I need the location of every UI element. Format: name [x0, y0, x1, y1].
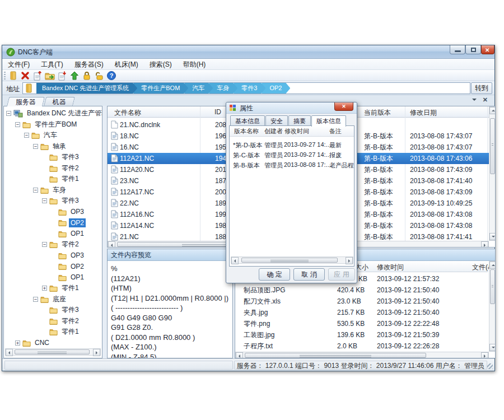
- version-row[interactable]: 第-C-版本管理员2013-09-27 14:...报废: [230, 150, 354, 160]
- scroll-right-icon[interactable]: [346, 257, 353, 264]
- scroll-left-icon[interactable]: [236, 352, 243, 358]
- tree-item[interactable]: +零件1: [4, 283, 102, 294]
- checkout-file-icon[interactable]: [57, 71, 68, 81]
- collapse-icon[interactable]: −: [15, 122, 20, 127]
- ok-button[interactable]: 确 定: [259, 268, 290, 281]
- scroll-down-icon[interactable]: [489, 233, 496, 240]
- tree-item[interactable]: OP1: [4, 272, 102, 283]
- column-header[interactable]: ID: [214, 108, 221, 116]
- menu-item[interactable]: 帮助(H): [178, 59, 212, 70]
- column-header[interactable]: 版本名称: [234, 127, 259, 136]
- lock-icon[interactable]: [81, 71, 92, 81]
- tree-item[interactable]: OP3: [4, 250, 102, 262]
- dialog-tab-基本信息[interactable]: 基本信息: [230, 115, 265, 125]
- tree-item[interactable]: OP1: [4, 228, 102, 240]
- attachment-row[interactable]: 子程序.txt2.0 KB2013-09-12 22:26:28: [235, 340, 489, 352]
- minimize-button[interactable]: [450, 45, 465, 54]
- collapse-icon[interactable]: −: [33, 188, 38, 193]
- breadcrumb[interactable]: Bandex DNC 先进生产管理系统零件生产BOM汽车车身零件3OP2: [22, 82, 470, 94]
- go-button[interactable]: 转到: [471, 82, 492, 94]
- attachment-row[interactable]: 工装图.jpg139.6 KB2013-09-12 21:50:39: [235, 329, 489, 340]
- close-button[interactable]: ✕: [481, 45, 494, 54]
- menu-item[interactable]: 搜索(S): [144, 59, 178, 70]
- breadcrumb-segment[interactable]: Bandex DNC 先进生产管理系统: [36, 83, 137, 94]
- expand-icon[interactable]: +: [15, 340, 20, 346]
- attachment-row[interactable]: 夹具.jpg215.7 KB2013-09-12 21:50:40: [235, 307, 489, 318]
- chevron-down-icon[interactable]: [472, 99, 477, 103]
- scroll-thumb[interactable]: [245, 353, 426, 358]
- attachment-row[interactable]: 制品顶图.JPG420.4 KB2013-09-12 21:50:40: [235, 284, 489, 296]
- version-row[interactable]: 第-B-版本管理员2013-08-08 17:...老产品程序: [230, 160, 354, 170]
- column-header[interactable]: 备注: [329, 127, 342, 136]
- tree-item[interactable]: 零件1: [4, 174, 102, 185]
- scroll-thumb[interactable]: [490, 269, 495, 304]
- checkin-file-icon[interactable]: [32, 71, 43, 81]
- send-folder-icon[interactable]: [44, 71, 55, 81]
- column-header[interactable]: 修改时间: [377, 263, 404, 272]
- tab-机器[interactable]: 机器: [44, 97, 75, 106]
- collapse-icon[interactable]: −: [33, 144, 38, 149]
- attachments-hscrollbar[interactable]: [235, 352, 489, 358]
- dialog-hscrollbar[interactable]: [231, 256, 353, 264]
- column-header[interactable]: 文件名称: [114, 108, 141, 118]
- menu-item[interactable]: 服务器(S): [69, 59, 109, 70]
- collapse-icon[interactable]: −: [33, 297, 38, 302]
- tree-item[interactable]: −零件3: [4, 195, 102, 207]
- menu-item[interactable]: 文件(F): [2, 59, 35, 70]
- breadcrumb-segment[interactable]: 零件生产BOM: [133, 83, 188, 94]
- tree-hscrollbar[interactable]: [5, 348, 101, 356]
- column-header[interactable]: 修改时间: [284, 127, 309, 136]
- dialog-tab-安全[interactable]: 安全: [265, 115, 288, 125]
- version-row[interactable]: *第-D-版本管理员2013-09-27 14:...最新: [230, 140, 354, 150]
- scroll-left-icon[interactable]: [231, 257, 239, 264]
- dialog-close-button[interactable]: ✕: [334, 102, 353, 111]
- toolbar-grip[interactable]: [4, 72, 6, 80]
- scroll-right-icon[interactable]: [93, 349, 100, 356]
- dialog-tab-版本信息[interactable]: 版本信息: [311, 115, 346, 127]
- collapse-icon[interactable]: −: [42, 242, 47, 247]
- help-icon[interactable]: ?: [106, 71, 117, 81]
- tree-item[interactable]: −零件2: [4, 239, 102, 250]
- tree-item[interactable]: 零件3: [4, 305, 102, 316]
- attachment-row[interactable]: 配刀文件.xls23.0 KB2013-09-12 21:50:40: [235, 296, 489, 307]
- tree-item[interactable]: −底座: [4, 294, 102, 305]
- tree-item[interactable]: OP3: [4, 207, 102, 218]
- menu-item[interactable]: 机床(M): [109, 59, 144, 70]
- tree-item[interactable]: −车身: [4, 185, 102, 196]
- tree-item[interactable]: OP2: [4, 261, 102, 272]
- tree-item[interactable]: 零件1: [4, 326, 102, 338]
- tree-item[interactable]: +CNC: [4, 338, 102, 349]
- breadcrumb-segment[interactable]: OP2: [262, 83, 290, 94]
- attachments-vscrollbar[interactable]: [489, 261, 496, 352]
- tree-item[interactable]: −零件生产BOM: [4, 119, 102, 130]
- collapse-icon[interactable]: −: [42, 198, 47, 203]
- scroll-up-icon[interactable]: [489, 107, 496, 114]
- unlock-icon[interactable]: [94, 71, 105, 81]
- scroll-thumb[interactable]: [241, 258, 338, 263]
- restore-button[interactable]: [465, 45, 481, 54]
- delete-icon[interactable]: [20, 71, 31, 81]
- dialog-tab-摘要[interactable]: 摘要: [288, 115, 311, 125]
- upload-arrow-icon[interactable]: [69, 71, 80, 81]
- new-folder-icon[interactable]: [7, 71, 18, 81]
- column-header[interactable]: 当前版本: [364, 108, 391, 118]
- scroll-left-icon[interactable]: [6, 349, 13, 356]
- expand-icon[interactable]: +: [42, 286, 47, 291]
- file-list-vscrollbar[interactable]: [489, 106, 496, 241]
- tree-item[interactable]: −Bandex DNC 先进生产管理系统: [4, 108, 102, 119]
- scroll-thumb[interactable]: [15, 349, 90, 354]
- scroll-left-icon[interactable]: [108, 241, 115, 248]
- tab-服务器[interactable]: 服务器: [7, 97, 45, 106]
- close-pane-icon[interactable]: ✕: [483, 96, 488, 104]
- tree-item[interactable]: 零件3: [4, 152, 102, 163]
- title-bar[interactable]: DNC客户端 ✕: [2, 45, 494, 59]
- cancel-button[interactable]: 取 消: [293, 268, 325, 281]
- collapse-icon[interactable]: −: [6, 111, 11, 116]
- breadcrumb-segment[interactable]: 车身: [209, 83, 237, 94]
- attachment-row[interactable]: 零件.png530.5 KB2013-09-12 22:22:48: [235, 318, 489, 329]
- scroll-right-icon[interactable]: [481, 352, 488, 358]
- column-header[interactable]: 创建者: [264, 127, 283, 136]
- column-header[interactable]: 修改日期: [410, 108, 437, 118]
- breadcrumb-segment[interactable]: 零件3: [234, 83, 265, 94]
- resize-grip[interactable]: [487, 363, 493, 369]
